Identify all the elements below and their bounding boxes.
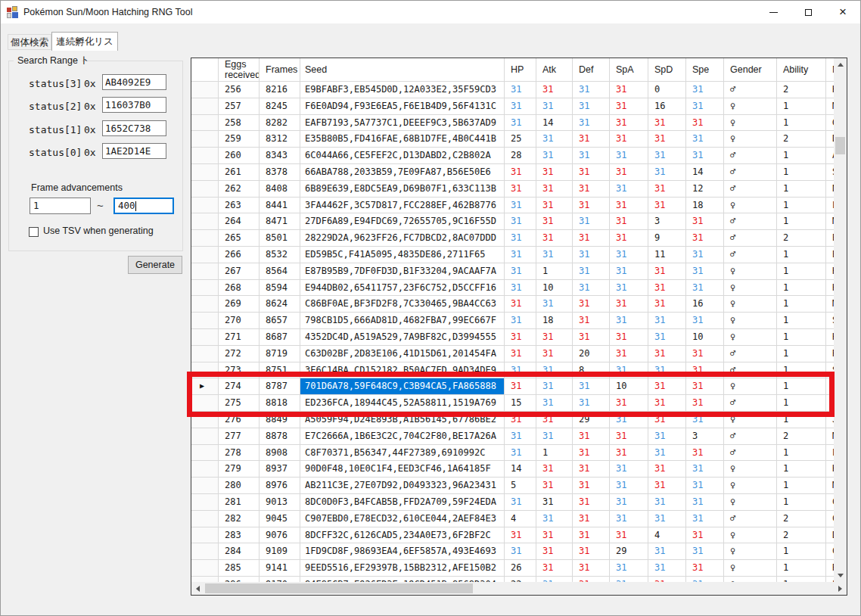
row-header-cell[interactable] (191, 98, 219, 114)
cell-gender[interactable]: ♀ (724, 461, 777, 477)
cell-def[interactable]: 31 (573, 263, 610, 279)
cell-atk[interactable]: 31 (536, 131, 573, 147)
row-header-cell[interactable] (191, 82, 219, 98)
row-header-cell[interactable] (191, 296, 219, 312)
cell-spa[interactable]: 31 (610, 511, 648, 527)
cell-spa[interactable]: 31 (610, 230, 648, 246)
cell-eggs-received[interactable]: 285 (219, 560, 260, 576)
cell-gender[interactable]: ♂ (724, 82, 777, 98)
cell-spe[interactable]: 31 (686, 313, 724, 328)
cell-hp[interactable]: 31 (505, 296, 536, 312)
cell-atk[interactable]: 31 (536, 478, 573, 493)
header-atk[interactable]: Atk (536, 58, 573, 82)
cell-hp[interactable]: 31 (505, 280, 536, 296)
cell-frames[interactable]: 8594 (260, 280, 300, 296)
cell-seed[interactable]: 6C044A66,CE5FEF2C,D13DABD2,C2B802A (300, 148, 505, 163)
cell-ability[interactable]: 1 (777, 461, 826, 477)
row-header-cell[interactable] (191, 313, 219, 328)
header-gender[interactable]: Gender (724, 58, 777, 82)
header-spa[interactable]: SpA (610, 58, 648, 82)
cell-gender[interactable]: ♀ (724, 560, 777, 576)
cell-ability[interactable]: 2 (777, 511, 826, 527)
cell-spd[interactable]: 16 (648, 98, 686, 114)
cell-spa[interactable]: 31 (610, 181, 648, 197)
row-header-cell[interactable] (191, 577, 219, 582)
cell-hp[interactable]: 31 (505, 543, 536, 559)
cell-spe[interactable]: 12 (686, 181, 724, 197)
cell-atk[interactable]: 31 (536, 511, 573, 527)
cell-seed[interactable]: 27DF6A89,E94FDC69,72655705,9C16F55D (300, 213, 505, 229)
row-header-cell[interactable] (191, 230, 219, 246)
header-spd[interactable]: SpD (648, 58, 686, 82)
row-header-cell[interactable] (191, 329, 219, 345)
cell-spa[interactable]: 31 (610, 329, 648, 345)
cell-gender[interactable]: ♀ (724, 263, 777, 279)
cell-nature[interactable]: L (826, 445, 834, 461)
cell-spa[interactable]: 31 (610, 263, 648, 279)
row-header-cell[interactable] (191, 148, 219, 163)
cell-spd[interactable]: 3 (648, 213, 686, 229)
cell-spd[interactable]: 31 (648, 115, 686, 131)
cell-gender[interactable]: ♀ (724, 527, 777, 543)
horizontal-scrollbar-thumb[interactable] (205, 583, 473, 593)
cell-atk[interactable]: 31 (536, 164, 573, 180)
row-header-cell[interactable] (191, 280, 219, 296)
cell-frames[interactable]: 8471 (260, 213, 300, 229)
cell-spe[interactable]: 31 (686, 346, 724, 362)
cell-seed[interactable]: E9BFABF3,EB545D0D,12A033E2,35F59CD3 (300, 82, 505, 98)
cell-atk[interactable]: 31 (536, 230, 573, 246)
cell-ability[interactable]: 1 (777, 164, 826, 180)
cell-hp[interactable]: 31 (505, 329, 536, 345)
cell-spa[interactable]: 31 (610, 115, 648, 131)
cell-spd[interactable]: 31 (648, 198, 686, 213)
cell-spd[interactable]: 31 (648, 131, 686, 147)
cell-ability[interactable]: 1 (777, 181, 826, 197)
maximize-button[interactable] (791, 1, 825, 23)
cell-spe[interactable]: 16 (686, 296, 724, 312)
cell-nature[interactable]: H (826, 263, 834, 279)
cell-atk[interactable]: 31 (536, 428, 573, 444)
cell-hp[interactable]: 31 (505, 181, 536, 197)
cell-seed[interactable]: E944DB02,65411757,23F6C752,D5CCFF16 (300, 280, 505, 296)
row-header-cell[interactable] (191, 511, 219, 527)
cell-gender[interactable]: ♂ (724, 428, 777, 444)
cell-frames[interactable]: 9141 (260, 560, 300, 576)
cell-spd[interactable]: 31 (648, 478, 686, 493)
cell-hp[interactable]: 31 (505, 213, 536, 229)
cell-nature[interactable]: L (826, 198, 834, 213)
cell-spd[interactable]: 31 (648, 577, 686, 582)
cell-spe[interactable]: 31 (686, 445, 724, 461)
cell-def[interactable]: 31 (573, 181, 610, 197)
cell-gender[interactable]: ♀ (724, 577, 777, 582)
cell-frames[interactable]: 8378 (260, 164, 300, 180)
frame-from-input[interactable]: 1 (30, 198, 91, 214)
cell-seed[interactable]: C8F70371,B56347,44F27389,6910992C (300, 445, 505, 461)
cell-gender[interactable]: ♂ (724, 148, 777, 163)
tab-individual-search[interactable]: 個体検索 (8, 34, 51, 50)
cell-spd[interactable]: 31 (648, 280, 686, 296)
cell-eggs-received[interactable]: 267 (219, 263, 260, 279)
cell-eggs-received[interactable]: 256 (219, 82, 260, 98)
cell-nature[interactable]: A (826, 148, 834, 163)
scroll-left-button[interactable] (191, 582, 204, 595)
cell-atk[interactable]: 1 (536, 445, 573, 461)
cell-gender[interactable]: ♂ (724, 346, 777, 362)
cell-seed[interactable]: 8DC0D0F3,B4FCAB5B,FFD2A709,59F24EDA (300, 494, 505, 510)
cell-frames[interactable]: 8408 (260, 181, 300, 197)
cell-spe[interactable]: 31 (686, 527, 724, 543)
cell-atk[interactable]: 31 (536, 577, 573, 582)
cell-gender[interactable]: ♂ (724, 164, 777, 180)
cell-eggs-received[interactable]: 263 (219, 198, 260, 213)
cell-gender[interactable]: ♀ (724, 280, 777, 296)
cell-spd[interactable]: 0 (648, 82, 686, 98)
cell-spa[interactable]: 31 (610, 98, 648, 114)
cell-nature[interactable]: C (826, 494, 834, 510)
cell-seed[interactable]: 4352DC4D,A519A529,7A9BF82C,D3994555 (300, 329, 505, 345)
cell-def[interactable]: 31 (573, 313, 610, 328)
cell-atk[interactable]: 18 (536, 313, 573, 328)
cell-gender[interactable]: ♂ (724, 247, 777, 263)
cell-def[interactable]: 31 (573, 247, 610, 263)
cell-gender[interactable]: ♂ (724, 213, 777, 229)
cell-seed[interactable]: C907EBD0,E78ECD32,610CE044,2AEF84E3 (300, 511, 505, 527)
cell-spa[interactable]: 31 (610, 198, 648, 213)
